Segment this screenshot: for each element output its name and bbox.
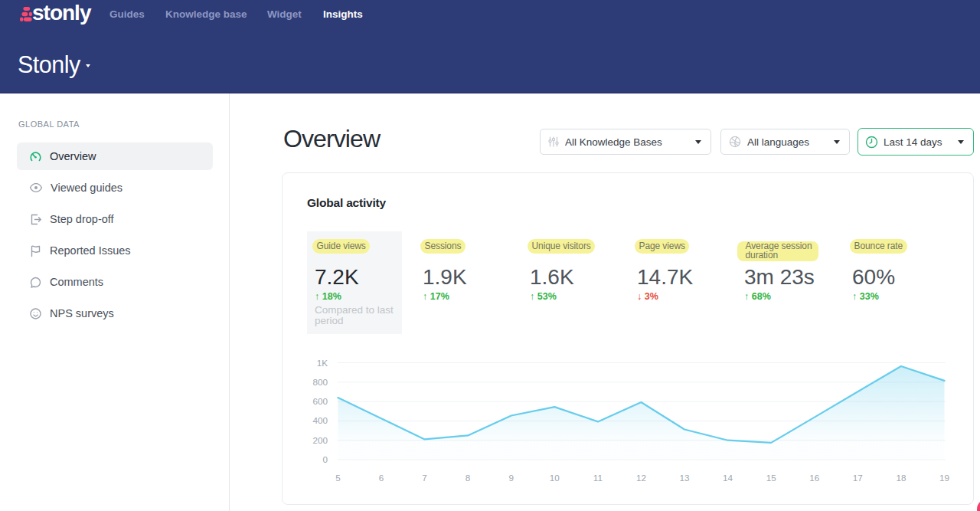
svg-text:8: 8: [466, 473, 471, 483]
svg-text:11: 11: [593, 473, 603, 483]
svg-text:0: 0: [322, 454, 328, 464]
svg-text:13: 13: [679, 473, 689, 483]
svg-text:12: 12: [636, 473, 646, 483]
svg-text:1K: 1K: [317, 358, 328, 368]
svg-text:19: 19: [939, 473, 949, 483]
svg-text:600: 600: [312, 396, 328, 406]
svg-text:400: 400: [312, 415, 328, 425]
svg-text:6: 6: [379, 473, 384, 483]
svg-text:200: 200: [312, 435, 328, 445]
svg-text:15: 15: [766, 473, 777, 483]
svg-text:14: 14: [723, 473, 733, 483]
svg-text:800: 800: [312, 377, 328, 387]
svg-text:5: 5: [335, 473, 341, 483]
svg-text:10: 10: [550, 473, 560, 483]
svg-text:7: 7: [422, 473, 427, 483]
svg-text:17: 17: [853, 473, 863, 483]
svg-text:18: 18: [896, 473, 906, 483]
svg-text:9: 9: [508, 473, 514, 483]
svg-text:16: 16: [809, 473, 819, 483]
